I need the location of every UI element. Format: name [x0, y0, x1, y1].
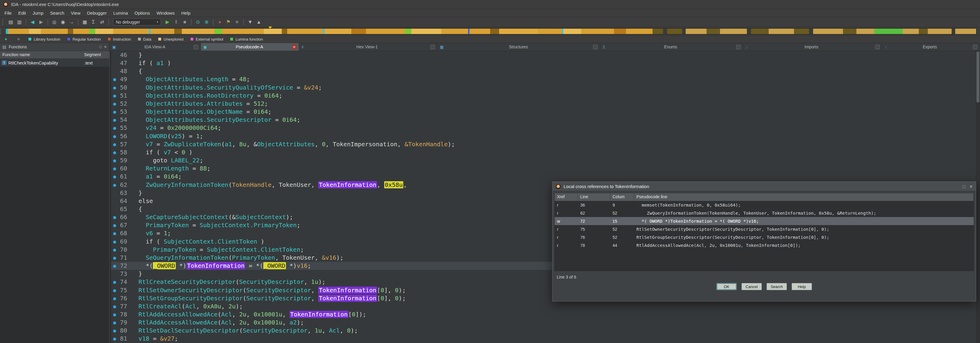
xref-dialog-maximize-icon[interactable]: □ — [963, 184, 965, 189]
menu-windows[interactable]: Windows — [153, 9, 178, 17]
search-again-icon[interactable]: ◉ — [59, 18, 67, 26]
menu-search[interactable]: Search — [47, 9, 68, 17]
structures-icon[interactable]: ▦ — [81, 18, 89, 26]
code-line[interactable]: 80 RtlSetDaclSecurityDescriptor(Security… — [111, 327, 976, 335]
code-line[interactable]: 54 ObjectAttributes.SecurityDescriptor =… — [111, 116, 976, 124]
xref-column-colum[interactable]: Colum — [610, 193, 634, 201]
functions-maximize-icon[interactable]: □ — [99, 45, 102, 49]
code-line[interactable]: 59 goto LABEL_22; — [111, 156, 976, 165]
ok-button[interactable]: OK — [716, 283, 737, 290]
attach-process-icon[interactable]: ⊕ — [203, 18, 210, 26]
menu-lumina[interactable]: Lumina — [110, 9, 131, 17]
functions-close-icon[interactable]: ✕ — [104, 45, 107, 49]
code-line[interactable]: 52 ObjectAttributes.Attributes = 512; — [111, 100, 976, 108]
code-line[interactable]: 78 RtlAddAccessAllowedAce(Acl, 2u, 0x100… — [111, 310, 976, 319]
tab-exports[interactable]: ↑Exports — [882, 43, 980, 51]
tab-maximize-icon[interactable] — [194, 45, 198, 49]
navigation-band[interactable] — [5, 29, 977, 34]
menu-edit[interactable]: Edit — [15, 9, 29, 17]
xref-row[interactable]: r6252 ZwQueryInformationToken(TokenHandl… — [555, 209, 974, 217]
code-line[interactable]: 77 RtlCreateAcl(Acl, 0xA0u, 2u); — [111, 302, 976, 310]
tab-maximize-icon[interactable] — [875, 45, 880, 49]
tab-maximize-icon[interactable] — [736, 45, 741, 49]
tab-close-icon[interactable]: ✕ — [292, 45, 296, 49]
code-line[interactable]: 79 RtlAddAccessAllowedAce(Acl, 2u, 0x100… — [111, 319, 976, 327]
menu-view[interactable]: View — [67, 9, 84, 17]
navigate-forward-icon[interactable]: ▶ — [37, 18, 45, 26]
navband-segment — [73, 29, 89, 34]
snapshot-icon[interactable]: ▥ — [16, 18, 23, 26]
tab-imports[interactable]: ↓Imports — [743, 43, 882, 51]
xref-table-header[interactable]: XrefLineColumPseudocode line — [555, 193, 974, 201]
xref-dialog-close-icon[interactable]: ✕ — [969, 184, 973, 189]
search-button[interactable]: Search — [767, 283, 787, 290]
drag-handle-icon[interactable] — [0, 29, 2, 34]
help-button[interactable]: Help — [792, 283, 812, 290]
xref-row[interactable]: w7215 *(_OWORD *)TokenInformation = *(_O… — [555, 217, 974, 225]
save-icon[interactable]: ▤ — [7, 18, 14, 26]
xref-dialog-titlebar[interactable]: Local cross references to TokenInformati… — [552, 182, 976, 191]
code-line[interactable]: 58 if ( v7 < 0 ) — [111, 148, 976, 156]
code-scrollbar[interactable] — [976, 51, 980, 343]
xref-row[interactable]: r369 memset(TokenInformation, 0, 0x58ui6… — [555, 201, 974, 209]
stop-debugger-icon[interactable]: ■ — [181, 18, 189, 26]
menu-options[interactable]: Options — [131, 9, 153, 17]
menu-debugger[interactable]: Debugger — [84, 9, 110, 17]
code-line[interactable]: 48 { — [111, 67, 976, 75]
navigate-back-icon[interactable]: ◀ — [29, 18, 37, 26]
code-token — [131, 327, 138, 334]
code-line[interactable]: 50 ObjectAttributes.SecurityQualityOfSer… — [111, 84, 976, 92]
column-function-name[interactable]: Function name — [0, 51, 82, 59]
functions-column-headers[interactable]: Function name Segment — [0, 51, 109, 59]
search-icon[interactable]: ◎ — [51, 18, 58, 26]
code-line[interactable]: 47 if ( a1 ) — [111, 59, 976, 67]
code-line[interactable]: 49 ObjectAttributes.Length = 48; — [111, 75, 976, 83]
enums-icon[interactable]: Σ — [89, 18, 97, 26]
flag-icon[interactable]: ⚑ — [224, 18, 232, 26]
code-line[interactable]: 57 v7 = ZwDuplicateToken(a1, 8u, &Object… — [111, 140, 976, 148]
lumina-push-icon[interactable]: ▲ — [255, 18, 262, 26]
function-row[interactable]: fRtlCheckTokenCapability.text — [0, 59, 109, 67]
tab-hex-view-1[interactable]: #Hex View-1 — [299, 43, 438, 51]
code-line[interactable]: 55 v24 = 0x20000000Ci64; — [111, 124, 976, 132]
xref-row[interactable]: r7552RtlSetOwnerSecurityDescriptor(Secur… — [555, 225, 974, 233]
debugger-options-icon[interactable]: ⊙ — [194, 18, 202, 26]
debugger-selector[interactable]: No debugger▾ — [113, 19, 161, 25]
start-debugger-icon[interactable]: ▶ — [164, 18, 171, 26]
drag-handle-icon[interactable] — [2, 19, 4, 25]
menu-jump[interactable]: Jump — [29, 9, 47, 17]
tab-structures[interactable]: ▦Structures — [438, 43, 600, 51]
xref-row[interactable]: r7844RtlAddAccessAllowedAce(Acl, 2u, 0x1… — [555, 241, 974, 249]
tab-maximize-icon[interactable] — [973, 45, 977, 49]
column-segment[interactable]: Segment — [82, 51, 109, 59]
code-line[interactable]: 61 a1 = 0i64; — [111, 173, 976, 181]
tab-maximize-icon[interactable] — [430, 45, 435, 49]
menu-help[interactable]: Help — [178, 9, 194, 17]
tab-ida-view-a[interactable]: ▣IDA View-A — [110, 43, 201, 51]
filter-icon[interactable]: ▾ — [3, 37, 9, 41]
code-line[interactable]: 60 ReturnLength = 88; — [111, 165, 976, 173]
trace-list-icon[interactable]: ≡ — [233, 18, 241, 26]
breakpoint-icon[interactable]: ● — [216, 18, 224, 26]
xref-row[interactable]: r7652RtlSetGroupSecurityDescriptor(Secur… — [555, 233, 974, 241]
jump-address-icon[interactable]: → — [68, 18, 76, 26]
xref-column-xref[interactable]: Xref — [555, 193, 578, 201]
functions-panel-header[interactable]: ▤ Functions □ ✕ — [0, 43, 110, 51]
menu-file[interactable]: File — [1, 9, 15, 17]
tab-maximize-icon[interactable] — [593, 45, 598, 49]
code-scrollbar-thumb[interactable] — [977, 52, 979, 102]
xrefs-icon[interactable]: ⇄ — [98, 18, 106, 26]
legend-list-icon[interactable]: ≡ — [16, 37, 21, 41]
code-line[interactable]: 56 LOWORD(v25) = 1; — [111, 132, 976, 140]
code-line[interactable]: 46 } — [111, 51, 976, 59]
xref-column-pseudocode-line[interactable]: Pseudocode line — [634, 193, 974, 201]
tab-enums[interactable]: ΣEnums — [600, 43, 743, 51]
cancel-button[interactable]: Cancel — [741, 283, 762, 290]
code-line[interactable]: 51 ObjectAttributes.RootDirectory = 0i64… — [111, 92, 976, 100]
tab-pseudocode-a[interactable]: ▣Pseudocode-A✕ — [201, 43, 299, 51]
pause-debugger-icon[interactable]: ‖ — [172, 18, 180, 26]
code-line[interactable]: 53 ObjectAttributes.ObjectName = 0i64; — [111, 108, 976, 116]
xref-column-line[interactable]: Line — [578, 193, 610, 201]
lumina-pull-icon[interactable]: ▼ — [246, 18, 254, 26]
code-line[interactable]: 81 v18 = &v27; — [111, 335, 976, 343]
